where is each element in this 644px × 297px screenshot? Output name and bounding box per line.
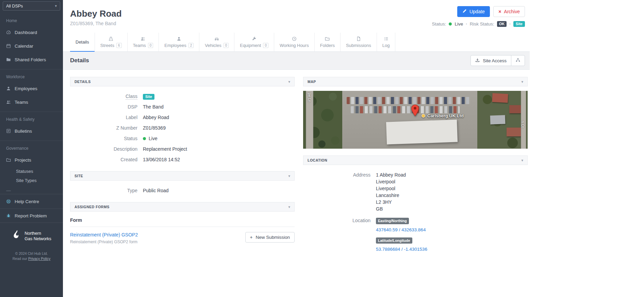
sidebar-item-shared-folders[interactable]: Shared Folders xyxy=(0,53,63,66)
field-label: Location xyxy=(303,217,376,256)
address-line: 1 Abbey Road xyxy=(376,171,406,178)
map-road-right xyxy=(521,91,526,149)
field-value: Public Road xyxy=(143,187,169,194)
right-column: MAP ▾ pe Ln xyxy=(303,77,528,260)
page-header: Abbey Road Z01/85369, The Band Update × … xyxy=(63,0,530,33)
list-icon xyxy=(384,36,389,41)
tab-label: Equipment xyxy=(240,43,261,48)
sidebar-item-calendar[interactable]: Calendar xyxy=(0,39,63,53)
class-badge: Site xyxy=(513,21,525,27)
map-street-label-left: pe Ln xyxy=(308,93,312,102)
sidebar-item-employees[interactable]: Employees xyxy=(0,82,63,95)
sidebar-item-help-centre[interactable]: Help Centre xyxy=(0,194,63,209)
map-pin-icon[interactable] xyxy=(411,104,419,118)
update-button[interactable]: Update xyxy=(457,6,490,17)
address-line: Liverpool xyxy=(376,185,406,192)
bug-icon xyxy=(6,213,11,218)
easting-northing-link[interactable]: 437640.59 / 432633.864 xyxy=(376,227,427,233)
map-house xyxy=(507,128,521,136)
location-panel-body: Address 1 Abbey Road Liverpool Liverpool… xyxy=(303,165,528,256)
map-street-label-right: n Ct xyxy=(521,121,525,128)
sidebar-item-report-problem[interactable]: Report Problem xyxy=(0,209,63,223)
tab-details[interactable]: Details xyxy=(70,33,95,51)
tab-teams[interactable]: Teams0 xyxy=(128,33,159,51)
read-our-text: Read our xyxy=(13,257,27,261)
sitemap-button[interactable] xyxy=(511,55,525,66)
field-label: Type xyxy=(70,187,143,194)
tab-count-badge: 2 xyxy=(188,43,194,48)
tab-label: Submissions xyxy=(346,43,371,48)
calendar-icon xyxy=(6,44,11,48)
tab-count-badge: 0 xyxy=(148,43,153,48)
map-panel-title: MAP xyxy=(308,80,316,84)
sidebar-section-governance: Governance xyxy=(0,141,63,153)
address-line: Liverpool xyxy=(376,178,406,185)
chevron-down-icon: ▾ xyxy=(521,80,523,84)
location-panel-header[interactable]: LOCATION ▾ xyxy=(303,155,528,165)
tab-equipment[interactable]: Equipment0 xyxy=(234,33,274,51)
site-panel-header[interactable]: SITE ▾ xyxy=(70,171,295,181)
class-site-badge: Site xyxy=(143,94,154,100)
tab-folders[interactable]: Folders xyxy=(315,33,341,51)
life-ring-icon xyxy=(6,199,11,204)
tab-employees[interactable]: Employees2 xyxy=(159,33,199,51)
status-dot-green xyxy=(449,22,452,26)
user-icon xyxy=(6,86,11,91)
status-value: Live xyxy=(455,21,463,27)
tab-vehicles[interactable]: Vehicles0 xyxy=(199,33,234,51)
chevron-down-icon: ▾ xyxy=(55,4,57,8)
latitude-longitude-link[interactable]: 53.7886684 / -1.4301536 xyxy=(376,246,427,253)
map-panel-header[interactable]: MAP ▾ xyxy=(303,77,528,86)
tab-bar: Details Streets6 Teams0 Employees2 Vehic… xyxy=(63,33,530,52)
subheader-actions: Site Access xyxy=(470,55,525,66)
logo-line-1: Northern xyxy=(24,231,51,236)
tab-submissions[interactable]: Submissions xyxy=(341,33,377,51)
sidebar-item-dashboard[interactable]: Dashboard xyxy=(0,26,63,39)
detail-row-status: Status Live xyxy=(70,135,295,142)
field-label: Status xyxy=(70,135,143,142)
site-panel-title: SITE xyxy=(75,174,83,178)
location-row-address: Address 1 Abbey Road Liverpool Liverpool… xyxy=(303,171,528,212)
road-icon xyxy=(109,36,113,41)
company-logo-text: Northern Gas Networks xyxy=(24,231,51,242)
sidebar-item-label: Shared Folders xyxy=(15,57,46,62)
separator-dot: • xyxy=(466,22,467,26)
app-root: All DSPs ▾ Home Dashboard Calendar Share… xyxy=(0,0,644,297)
tab-working-hours[interactable]: Working Hours xyxy=(274,33,315,51)
field-label: Description xyxy=(70,146,143,152)
field-value: Z01/85369 xyxy=(143,125,166,131)
sidebar-item-teams[interactable]: Teams xyxy=(0,95,63,109)
assigned-forms-panel-header[interactable]: ASSIGNED FORMS ▾ xyxy=(70,202,295,212)
privacy-policy-link[interactable]: Privacy Policy xyxy=(28,257,50,261)
sidebar-item-site-types[interactable]: Site Types xyxy=(0,176,63,185)
archive-button[interactable]: × Archive xyxy=(493,6,525,17)
chevron-down-icon: ▾ xyxy=(288,80,290,84)
site-panel-body: Type Public Road xyxy=(70,181,295,194)
sidebar-item-label: Calendar xyxy=(15,44,33,49)
user-icon xyxy=(177,36,181,41)
details-panel-header[interactable]: DETAILS ▾ xyxy=(70,77,295,86)
sidebar: All DSPs ▾ Home Dashboard Calendar Share… xyxy=(0,0,63,297)
tab-log[interactable]: Log xyxy=(377,33,396,51)
site-access-button[interactable]: Site Access xyxy=(470,55,511,66)
dsp-filter-value: All DSPs xyxy=(6,4,23,9)
sidebar-item-statuses[interactable]: Statuses xyxy=(0,167,63,176)
sidebar-item-bulletins[interactable]: Bulletins xyxy=(0,124,63,138)
field-value: Abbey Road xyxy=(143,114,169,121)
address-lines: 1 Abbey Road Liverpool Liverpool Lancash… xyxy=(376,171,406,212)
copyright-text: © 2024 Ctrl Hub Ltd. xyxy=(0,251,63,255)
tab-label: Employees xyxy=(164,43,186,48)
sidebar-item-projects[interactable]: Projects xyxy=(0,153,63,167)
map-canvas[interactable]: pe Ln n Ct xyxy=(303,91,528,149)
map-parked-cars-row xyxy=(347,97,470,104)
form-link[interactable]: Reinstatement (Private) GSOP2 xyxy=(70,232,138,237)
folder-icon xyxy=(325,36,330,41)
new-submission-button[interactable]: + New Submission xyxy=(245,232,295,243)
new-submission-label: New Submission xyxy=(255,235,290,240)
tab-streets[interactable]: Streets6 xyxy=(95,33,128,51)
page-title: Abbey Road xyxy=(70,9,122,19)
map-houses-area xyxy=(477,91,528,149)
dsp-filter-select[interactable]: All DSPs ▾ xyxy=(3,1,60,11)
field-label: Class xyxy=(126,94,137,100)
section-title: Details xyxy=(70,57,89,64)
